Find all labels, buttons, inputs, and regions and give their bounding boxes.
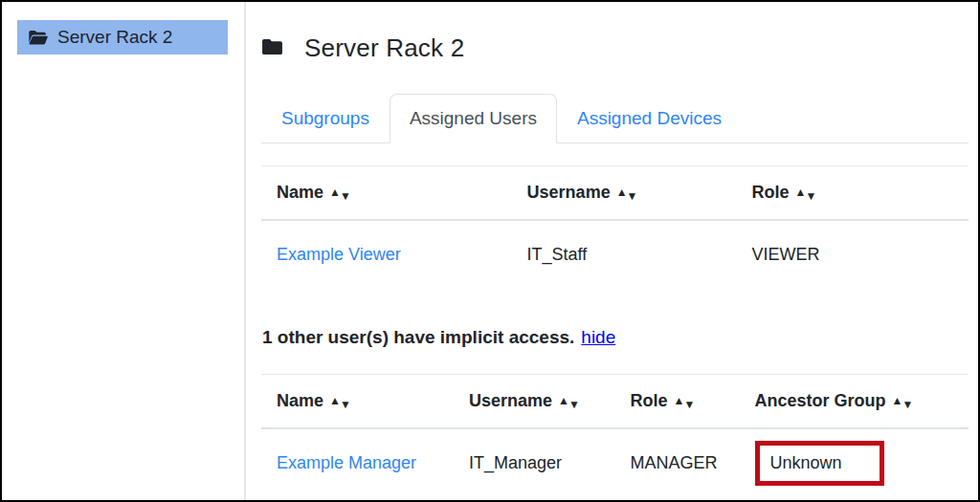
column-header-role[interactable]: Role▲▼	[737, 166, 969, 221]
name-cell: Example Viewer	[261, 220, 512, 289]
highlight-annotation-box: Unknown	[755, 441, 884, 486]
column-label: Name	[277, 391, 323, 410]
role-cell: VIEWER	[737, 220, 969, 289]
folder-open-icon	[28, 29, 48, 46]
user-link-example-viewer[interactable]: Example Viewer	[277, 245, 401, 264]
sort-icon: ▲▼	[558, 396, 579, 409]
implicit-access-notice: 1 other user(s) have implicit access.hid…	[262, 327, 969, 348]
sort-icon: ▲▼	[892, 396, 913, 409]
folder-icon	[261, 37, 283, 59]
page-title: Server Rack 2	[304, 33, 464, 63]
user-link-example-manager[interactable]: Example Manager	[277, 453, 416, 472]
column-label: Name	[277, 183, 323, 202]
group-tree-sidebar: Server Rack 2	[2, 2, 246, 500]
sort-icon: ▲▼	[674, 396, 695, 409]
role-cell: MANAGER	[614, 428, 739, 497]
tab-assigned-users[interactable]: Assigned Users	[390, 94, 557, 143]
ancestor-group-value: Unknown	[770, 453, 842, 472]
sort-icon: ▲▼	[616, 187, 637, 201]
username-cell: IT_Staff	[512, 220, 737, 289]
sidebar-item-label: Server Rack 2	[57, 27, 172, 48]
tab-subgroups[interactable]: Subgroups	[261, 94, 390, 143]
column-label: Ancestor Group	[755, 391, 886, 410]
table-row: Example Viewer IT_Staff VIEWER	[261, 220, 969, 289]
app-window: Server Rack 2 Server Rack 2 Subgroups As…	[0, 0, 980, 502]
column-header-username[interactable]: Username▲▼	[454, 375, 614, 429]
column-label: Role	[752, 183, 790, 202]
column-label: Role	[630, 391, 667, 410]
tab-bar: Subgroups Assigned Users Assigned Device…	[261, 94, 969, 143]
sidebar-item-server-rack-2[interactable]: Server Rack 2	[17, 20, 228, 55]
assigned-users-table: Name▲▼ Username▲▼ Role▲▼ Example Viewer …	[261, 165, 969, 289]
username-cell: IT_Manager	[454, 428, 614, 497]
tab-assigned-devices[interactable]: Assigned Devices	[557, 94, 742, 143]
column-header-name[interactable]: Name▲▼	[261, 375, 454, 429]
column-header-role[interactable]: Role▲▼	[614, 375, 739, 429]
sort-icon: ▲▼	[329, 396, 350, 409]
column-header-name[interactable]: Name▲▼	[261, 166, 512, 221]
implicit-users-table: Name▲▼ Username▲▼ Role▲▼ Ancestor Group▲…	[261, 374, 969, 497]
table-row: Example Manager IT_Manager MANAGER Unkno…	[261, 428, 969, 497]
hide-link[interactable]: hide	[581, 327, 615, 347]
implicit-access-text: 1 other user(s) have implicit access.	[262, 327, 574, 347]
column-header-ancestor-group[interactable]: Ancestor Group▲▼	[740, 375, 969, 429]
sort-icon: ▲▼	[795, 187, 816, 201]
table-header-row: Name▲▼ Username▲▼ Role▲▼	[261, 166, 969, 221]
main-content: Server Rack 2 Subgroups Assigned Users A…	[246, 2, 978, 500]
sort-icon: ▲▼	[329, 187, 350, 201]
column-label: Username	[469, 391, 552, 410]
column-header-username[interactable]: Username▲▼	[512, 166, 737, 221]
column-label: Username	[527, 183, 611, 202]
name-cell: Example Manager	[261, 428, 454, 497]
page-header: Server Rack 2	[261, 33, 969, 63]
ancestor-group-cell: Unknown	[740, 428, 969, 497]
table-header-row: Name▲▼ Username▲▼ Role▲▼ Ancestor Group▲…	[261, 375, 969, 429]
